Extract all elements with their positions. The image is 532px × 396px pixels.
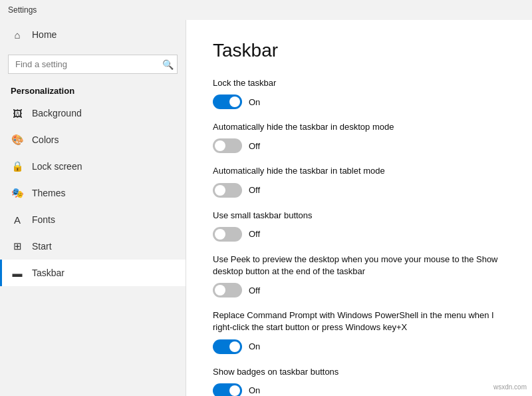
title-bar: Settings — [0, 0, 532, 20]
watermark: wsxdn.com — [493, 383, 527, 391]
toggle-row-small-buttons: Off — [213, 227, 505, 242]
sidebar-item-label-background: Background — [32, 108, 82, 118]
setting-label-hide-tablet: Automatically hide the taskbar in tablet… — [213, 165, 505, 177]
start-icon: ⊞ — [11, 240, 24, 253]
sidebar-item-themes[interactable]: 🎭Themes — [0, 180, 186, 206]
sidebar-item-taskbar[interactable]: ▬Taskbar — [0, 260, 186, 286]
toggle-peek-preview[interactable] — [213, 283, 242, 297]
sidebar-section-title: Personalization — [0, 79, 186, 100]
toggle-hide-tablet[interactable] — [213, 183, 242, 198]
toggle-show-badges[interactable] — [213, 383, 242, 396]
toggle-row-peek-preview: Off — [213, 283, 505, 297]
setting-label-hide-desktop: Automatically hide the taskbar in deskto… — [213, 121, 505, 133]
sidebar-item-background[interactable]: 🖼Background — [0, 100, 186, 126]
page-title: Taskbar — [213, 40, 505, 61]
background-icon: 🖼 — [11, 106, 24, 120]
settings-container: Lock the taskbarOnAutomatically hide the… — [213, 77, 505, 396]
setting-group-lock-taskbar: Lock the taskbarOn — [213, 77, 505, 109]
sidebar-item-colors[interactable]: 🎨Colors — [0, 126, 186, 153]
toggle-state-label-peek-preview: Off — [249, 286, 260, 296]
toggle-thumb-show-badges — [229, 385, 240, 396]
toggle-thumb-small-buttons — [215, 229, 225, 240]
setting-group-show-badges: Show badges on taskbar buttonsOn — [213, 366, 505, 397]
search-input[interactable] — [8, 55, 178, 74]
toggle-thumb-lock-taskbar — [229, 97, 240, 107]
sidebar-item-label-themes: Themes — [32, 188, 66, 198]
toggle-thumb-peek-preview — [215, 285, 225, 296]
home-icon: ⌂ — [11, 28, 24, 41]
toggle-row-lock-taskbar: On — [213, 95, 505, 109]
sidebar-item-label-lock-screen: Lock screen — [32, 161, 82, 172]
setting-group-peek-preview: Use Peek to preview the desktop when you… — [213, 254, 505, 297]
setting-group-small-buttons: Use small taskbar buttonsOff — [213, 210, 505, 242]
sidebar-item-lock-screen[interactable]: 🔒Lock screen — [0, 153, 186, 180]
setting-group-powershell: Replace Command Prompt with Windows Powe… — [213, 309, 505, 353]
setting-label-peek-preview: Use Peek to preview the desktop when you… — [213, 254, 505, 278]
sidebar-item-start[interactable]: ⊞Start — [0, 233, 186, 260]
sidebar-item-home[interactable]: ⌂ Home — [0, 20, 186, 49]
sidebar-item-fonts[interactable]: AFonts — [0, 206, 186, 233]
toggle-small-buttons[interactable] — [213, 227, 242, 242]
search-container: 🔍 — [0, 49, 186, 79]
sidebar-home-label: Home — [32, 29, 57, 40]
sidebar-item-label-fonts: Fonts — [32, 214, 55, 225]
sidebar-item-label-taskbar: Taskbar — [32, 268, 65, 278]
sidebar-item-label-colors: Colors — [32, 134, 59, 145]
title-bar-label: Settings — [8, 5, 37, 15]
toggle-state-label-lock-taskbar: On — [249, 97, 260, 107]
sidebar: ⌂ Home 🔍 Personalization 🖼Background🎨Col… — [0, 20, 186, 396]
toggle-thumb-hide-desktop — [215, 140, 225, 151]
toggle-row-show-badges: On — [213, 383, 505, 396]
search-icon-button[interactable]: 🔍 — [162, 59, 174, 70]
toggle-state-label-show-badges: On — [249, 385, 260, 395]
main-container: ⌂ Home 🔍 Personalization 🖼Background🎨Col… — [0, 20, 532, 396]
toggle-thumb-powershell — [229, 341, 240, 352]
toggle-hide-desktop[interactable] — [213, 138, 242, 153]
colors-icon: 🎨 — [11, 133, 24, 146]
toggle-row-hide-desktop: Off — [213, 138, 505, 153]
toggle-state-label-small-buttons: Off — [249, 229, 260, 239]
toggle-thumb-hide-tablet — [215, 185, 225, 196]
setting-group-hide-desktop: Automatically hide the taskbar in deskto… — [213, 121, 505, 153]
toggle-state-label-hide-desktop: Off — [249, 141, 260, 151]
toggle-row-powershell: On — [213, 339, 505, 354]
fonts-icon: A — [11, 213, 24, 226]
sidebar-item-label-start: Start — [32, 241, 52, 252]
taskbar-icon: ▬ — [11, 266, 24, 280]
toggle-row-hide-tablet: Off — [213, 183, 505, 198]
setting-label-powershell: Replace Command Prompt with Windows Powe… — [213, 309, 505, 333]
setting-group-hide-tablet: Automatically hide the taskbar in tablet… — [213, 165, 505, 197]
toggle-state-label-powershell: On — [249, 341, 260, 351]
toggle-state-label-hide-tablet: Off — [249, 185, 260, 195]
sidebar-items-container: 🖼Background🎨Colors🔒Lock screen🎭ThemesAFo… — [0, 100, 186, 286]
setting-label-small-buttons: Use small taskbar buttons — [213, 210, 505, 222]
lock-screen-icon: 🔒 — [11, 160, 24, 173]
setting-label-lock-taskbar: Lock the taskbar — [213, 77, 505, 89]
themes-icon: 🎭 — [11, 186, 24, 200]
toggle-powershell[interactable] — [213, 339, 242, 354]
toggle-lock-taskbar[interactable] — [213, 95, 242, 109]
setting-label-show-badges: Show badges on taskbar buttons — [213, 366, 505, 378]
main-content: Taskbar Lock the taskbarOnAutomatically … — [186, 20, 532, 396]
